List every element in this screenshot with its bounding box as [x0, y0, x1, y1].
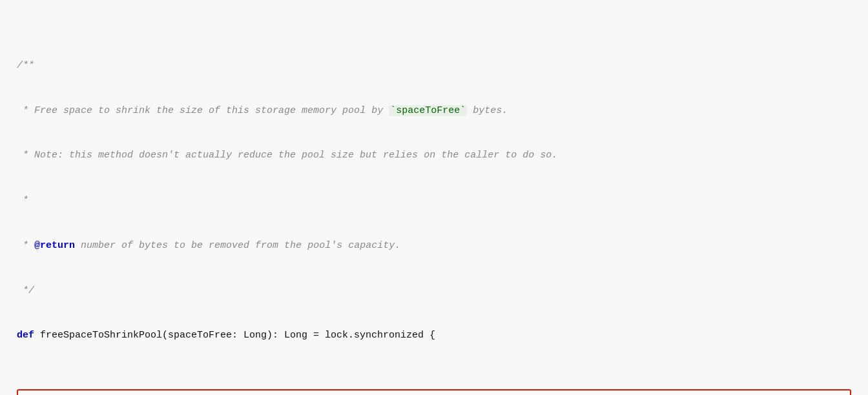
line-4: *	[17, 193, 851, 208]
line-1: /**	[17, 58, 851, 73]
line-5: * @return number of bytes to be removed …	[17, 238, 851, 253]
line-3: * Note: this method doesn't actually red…	[17, 148, 851, 163]
line-2: * Free space to shrink the size of this …	[17, 103, 851, 118]
comment-slash: /**	[17, 60, 34, 71]
line-highlight-block-1: val spaceFreedByReleasingUnusedMemory = …	[17, 389, 851, 395]
code-container: /** * Free space to shrink the size of t…	[6, 6, 862, 395]
line-6: */	[17, 283, 851, 298]
line-7: def freeSpaceToShrinkPool(spaceToFree: L…	[17, 328, 851, 343]
